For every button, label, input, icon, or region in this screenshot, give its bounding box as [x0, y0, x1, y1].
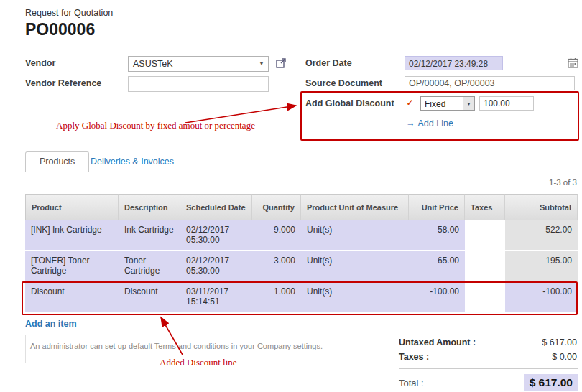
cell-subtotal: -100.00 — [505, 282, 578, 313]
arrow-right-icon: → — [406, 118, 415, 129]
table-row-discount[interactable]: Discount Discount 03/11/2017 15:14:51 1.… — [25, 282, 578, 313]
form-left-column: Vendor ASUSTeK ▼ Vendor Reference — [25, 56, 297, 96]
total-value: $ 617.00 — [524, 374, 578, 391]
discount-type-value: Fixed — [421, 97, 463, 110]
cell-subtotal: 522.00 — [505, 220, 578, 251]
order-date-label: Order Date — [305, 56, 405, 68]
column-header-description: Description — [119, 194, 180, 220]
totals-panel: Untaxed Amount : $ 617.00 Taxes : $ 0.00… — [399, 335, 578, 391]
page-header: Request for Quotation PO00006 — [25, 8, 113, 39]
add-an-item-link[interactable]: Add an item — [25, 319, 578, 329]
check-icon: ✓ — [406, 98, 413, 108]
footer-section: An administrator can set up default Term… — [25, 335, 578, 391]
column-header-subtotal: Subtotal — [505, 194, 578, 220]
request-for-quotation-page: Request for Quotation PO00006 Vendor ASU… — [0, 0, 582, 392]
untaxed-amount-label: Untaxed Amount : — [399, 337, 476, 347]
cell-scheduled-date: 03/11/2017 15:14:51 — [180, 282, 252, 313]
cell-quantity: 9.000 — [252, 220, 301, 251]
vendor-reference-label: Vendor Reference — [25, 76, 128, 88]
tab-deliveries-invoices[interactable]: Deliveries & Invoices — [91, 157, 174, 167]
global-discount-label: Add Global Discount — [305, 96, 405, 108]
total-row: Total : $ 617.00 — [399, 374, 578, 391]
cell-product: Discount — [25, 282, 119, 313]
untaxed-amount-row: Untaxed Amount : $ 617.00 — [399, 337, 578, 347]
calendar-icon[interactable] — [568, 57, 578, 71]
cell-uom: Unit(s) — [301, 282, 409, 313]
order-lines-table: Product Description Scheduled Date Quant… — [25, 194, 578, 313]
taxes-label: Taxes : — [399, 352, 429, 362]
external-link-icon[interactable] — [276, 58, 286, 71]
discount-amount-input[interactable] — [479, 96, 534, 111]
table-row[interactable]: [INK] Ink Cartridge Ink Cartridge 02/12/… — [25, 220, 578, 251]
cell-taxes — [465, 282, 505, 313]
source-document-row: Source Document — [305, 76, 578, 92]
source-document-label: Source Document — [305, 76, 405, 88]
untaxed-amount-value: $ 617.00 — [542, 337, 577, 347]
column-header-unit-price: Unit Price — [409, 194, 465, 220]
vendor-value: ASUSTeK — [133, 59, 173, 69]
table-row[interactable]: [TONER] Toner Cartridge Toner Cartridge … — [25, 251, 578, 282]
annotation-note-global-discount: Apply Global Discount by fixed amout or … — [56, 120, 255, 131]
cell-description: Toner Cartridge — [119, 251, 180, 282]
order-date-input[interactable]: 02/12/2017 23:49:28 — [405, 56, 503, 70]
cell-description: Discount — [119, 282, 180, 313]
cell-product: [INK] Ink Cartridge — [25, 220, 119, 251]
cell-taxes — [465, 251, 505, 282]
column-header-product: Product — [25, 194, 119, 220]
cell-unit-price: 58.00 — [409, 220, 465, 251]
order-lines-section: Product Description Scheduled Date Quant… — [25, 194, 578, 329]
column-header-quantity: Quantity — [252, 194, 301, 220]
chevron-down-icon: ▼ — [259, 61, 264, 67]
form-right-column: Order Date 02/12/2017 23:49:28 Source Do… — [305, 56, 578, 129]
pager: 1-3 of 3 — [25, 178, 577, 187]
add-line-link[interactable]: →Add Line — [406, 118, 578, 129]
cell-unit-price: 65.00 — [409, 251, 465, 282]
taxes-value: $ 0.00 — [552, 352, 577, 362]
breadcrumb: Request for Quotation — [25, 8, 113, 18]
vendor-label: Vendor — [25, 56, 128, 68]
cell-scheduled-date: 02/12/2017 05:30:00 — [180, 251, 252, 282]
vendor-reference-row: Vendor Reference — [25, 76, 297, 92]
cell-taxes — [465, 220, 505, 251]
cell-unit-price: -100.00 — [409, 282, 465, 313]
cell-quantity: 1.000 — [252, 282, 301, 313]
global-discount-row: Add Global Discount ✓ Fixed ▼ — [305, 96, 578, 112]
taxes-row: Taxes : $ 0.00 — [399, 352, 578, 362]
vendor-row: Vendor ASUSTeK ▼ — [25, 56, 297, 72]
source-document-input[interactable] — [405, 76, 575, 90]
order-date-row: Order Date 02/12/2017 23:49:28 — [305, 56, 578, 72]
total-label: Total : — [399, 378, 424, 388]
tab-bar-divider — [22, 172, 578, 172]
vendor-select[interactable]: ASUSTeK ▼ — [128, 56, 269, 72]
chevron-down-icon: ▼ — [463, 97, 474, 110]
totals-divider — [399, 368, 578, 369]
cell-uom: Unit(s) — [301, 251, 409, 282]
annotation-note-discount-line: Added Discount line — [160, 357, 237, 368]
add-line-label: Add Line — [418, 118, 453, 129]
cell-uom: Unit(s) — [301, 220, 409, 251]
column-header-scheduled-date: Scheduled Date — [180, 194, 252, 220]
column-header-uom: Product Unit of Measure — [301, 194, 409, 220]
table-header-row: Product Description Scheduled Date Quant… — [25, 194, 578, 220]
cell-description: Ink Cartridge — [119, 220, 180, 251]
column-header-taxes: Taxes — [465, 194, 505, 220]
page-title: PO00006 — [25, 20, 113, 39]
vendor-reference-input[interactable] — [128, 76, 269, 92]
cell-scheduled-date: 02/12/2017 05:30:00 — [180, 220, 252, 251]
cell-product: [TONER] Toner Cartridge — [25, 251, 119, 282]
cell-subtotal: 195.00 — [505, 251, 578, 282]
discount-type-select[interactable]: Fixed ▼ — [420, 96, 475, 111]
global-discount-checkbox[interactable]: ✓ — [405, 98, 415, 108]
tab-products[interactable]: Products — [25, 151, 89, 172]
cell-quantity: 3.000 — [252, 251, 301, 282]
